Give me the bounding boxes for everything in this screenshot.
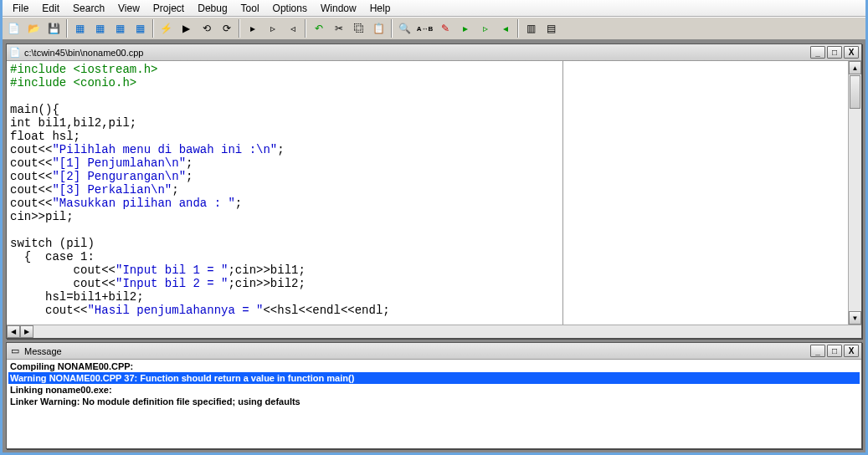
toolbar-button[interactable]: ▸: [455, 19, 475, 38]
menu-bar: FileEditSearchViewProjectDebugToolOption…: [3, 0, 865, 17]
toolbar-button[interactable]: ▥: [521, 19, 541, 38]
scroll-up-button[interactable]: ▲: [849, 61, 861, 74]
toolbar-separator: [66, 19, 68, 38]
menu-options[interactable]: Options: [266, 1, 314, 16]
message-line[interactable]: Linker Warning: No module definition fil…: [8, 396, 860, 407]
toolbar-separator: [391, 19, 393, 38]
editor-window: 📄 c:\tcwin45\bin\noname00.cpp _ □ X #inc…: [6, 43, 862, 339]
cpp-file-icon: 📄: [9, 47, 21, 59]
menu-search[interactable]: Search: [66, 1, 111, 16]
undo-button[interactable]: ↶: [309, 19, 328, 38]
editor-empty-pane: [563, 61, 848, 325]
menu-project[interactable]: Project: [146, 1, 191, 16]
maximize-button[interactable]: □: [827, 345, 842, 357]
copy-button[interactable]: ⿻: [349, 19, 368, 38]
menu-file[interactable]: File: [6, 1, 35, 16]
message-line[interactable]: Compiling NONAME00.CPP:: [8, 360, 860, 372]
toolbar-separator: [305, 19, 306, 38]
message-icon: ▭: [9, 345, 21, 357]
maximize-button[interactable]: □: [827, 46, 842, 59]
mdi-workspace: 📄 c:\tcwin45\bin\noname00.cpp _ □ X #inc…: [3, 40, 865, 452]
toolbar-button[interactable]: ▤: [542, 19, 561, 38]
menu-edit[interactable]: Edit: [35, 1, 66, 16]
minimize-button[interactable]: _: [810, 46, 825, 59]
toolbar-button[interactable]: ▶: [177, 19, 196, 38]
close-button[interactable]: X: [844, 345, 859, 357]
menu-view[interactable]: View: [111, 1, 146, 16]
toolbar-button[interactable]: ▦: [90, 19, 110, 38]
open-file-button[interactable]: 📂: [24, 19, 44, 38]
run-button[interactable]: ⚡: [157, 19, 176, 38]
toolbar-separator: [517, 19, 519, 38]
scroll-down-button[interactable]: ▼: [849, 311, 861, 325]
new-file-button[interactable]: 📄: [4, 19, 23, 38]
toolbar: 📄 📂 💾 ▦ ▦ ▦ ▦ ⚡ ▶ ⟲ ⟳ ▸ ▹ ◃ ↶ ✂ ⿻ 📋 🔍 A↔…: [3, 17, 865, 40]
editor-titlebar[interactable]: 📄 c:\tcwin45\bin\noname00.cpp _ □ X: [7, 44, 861, 61]
search-button[interactable]: 🔍: [395, 19, 414, 38]
toolbar-button[interactable]: ◂: [496, 19, 515, 38]
minimize-button[interactable]: _: [810, 345, 825, 357]
toolbar-button[interactable]: ✎: [435, 19, 455, 38]
menu-window[interactable]: Window: [314, 1, 363, 16]
toolbar-button[interactable]: ◃: [283, 19, 302, 38]
toolbar-button[interactable]: ▦: [70, 19, 90, 38]
paste-button[interactable]: 📋: [369, 19, 388, 38]
message-line[interactable]: Linking noname00.exe:: [8, 384, 860, 396]
horizontal-scrollbar[interactable]: ◀ ▶: [7, 325, 861, 338]
message-titlebar[interactable]: ▭ Message _ □ X: [7, 343, 861, 360]
close-button[interactable]: X: [844, 46, 859, 59]
message-line[interactable]: Warning NONAME00.CPP 37: Function should…: [8, 372, 860, 384]
toolbar-button[interactable]: ▦: [110, 19, 130, 38]
message-window: ▭ Message _ □ X Compiling NONAME00.CPP:W…: [6, 342, 862, 449]
message-list[interactable]: Compiling NONAME00.CPP:Warning NONAME00.…: [7, 360, 861, 448]
toolbar-button[interactable]: ▸: [243, 19, 262, 38]
message-title: Message: [24, 346, 62, 356]
toolbar-button[interactable]: ▹: [475, 19, 495, 38]
toolbar-button[interactable]: ▹: [263, 19, 282, 38]
vertical-scrollbar[interactable]: ▲ ▼: [848, 61, 861, 325]
replace-button[interactable]: A↔B: [415, 19, 434, 38]
scroll-right-button[interactable]: ▶: [20, 325, 33, 338]
code-editor[interactable]: #include <iostream.h>#include <conio.h> …: [7, 61, 563, 325]
menu-help[interactable]: Help: [363, 1, 398, 16]
menu-debug[interactable]: Debug: [191, 1, 234, 16]
menu-tool[interactable]: Tool: [234, 1, 266, 16]
toolbar-button[interactable]: ⟲: [197, 19, 216, 38]
toolbar-button[interactable]: ⟳: [217, 19, 236, 38]
scroll-thumb[interactable]: [850, 75, 860, 109]
toolbar-button[interactable]: ▦: [131, 19, 150, 38]
toolbar-separator: [152, 19, 154, 38]
scroll-left-button[interactable]: ◀: [7, 325, 20, 338]
cut-button[interactable]: ✂: [329, 19, 348, 38]
toolbar-separator: [239, 19, 240, 38]
save-file-button[interactable]: 💾: [44, 19, 64, 38]
editor-title: c:\tcwin45\bin\noname00.cpp: [24, 48, 143, 58]
